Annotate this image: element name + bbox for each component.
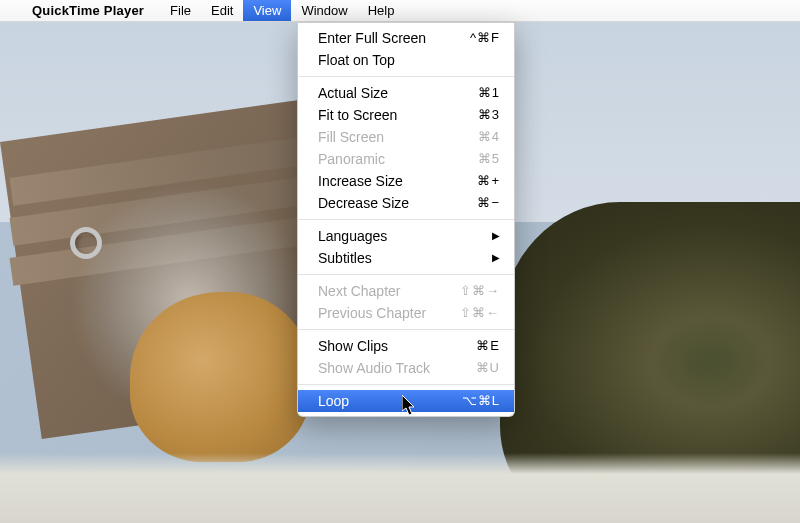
menu-item-shortcut: ⌘4	[452, 128, 500, 146]
menu-item-label: Next Chapter	[318, 282, 452, 300]
menu-view[interactable]: View	[243, 0, 291, 21]
menu-separator	[298, 76, 514, 77]
menu-item-fill-screen: Fill Screen ⌘4	[298, 126, 514, 148]
menu-item-languages[interactable]: Languages ▶	[298, 225, 514, 247]
menu-item-label: Panoramic	[318, 150, 452, 168]
menu-separator	[298, 274, 514, 275]
menu-item-loop[interactable]: Loop ⌥⌘L	[298, 390, 514, 412]
menu-item-label: Actual Size	[318, 84, 452, 102]
bg-foreground	[0, 453, 800, 523]
menu-item-label: Previous Chapter	[318, 304, 452, 322]
menu-item-label: Decrease Size	[318, 194, 452, 212]
submenu-arrow-icon: ▶	[492, 249, 500, 267]
menu-item-increase-size[interactable]: Increase Size ⌘+	[298, 170, 514, 192]
menu-item-shortcut: ⇧⌘→	[452, 282, 500, 300]
menu-item-decrease-size[interactable]: Decrease Size ⌘−	[298, 192, 514, 214]
menu-item-shortcut: ⌘5	[452, 150, 500, 168]
menu-item-show-clips[interactable]: Show Clips ⌘E	[298, 335, 514, 357]
menu-item-enter-full-screen[interactable]: Enter Full Screen ^⌘F	[298, 27, 514, 49]
menu-item-shortcut: ^⌘F	[452, 29, 500, 47]
menu-item-next-chapter: Next Chapter ⇧⌘→	[298, 280, 514, 302]
menu-item-shortcut: ⌘E	[452, 337, 500, 355]
menu-edit[interactable]: Edit	[201, 0, 243, 21]
menu-item-label: Float on Top	[318, 51, 452, 69]
menu-item-subtitles[interactable]: Subtitles ▶	[298, 247, 514, 269]
menu-item-label: Increase Size	[318, 172, 452, 190]
menu-item-fit-to-screen[interactable]: Fit to Screen ⌘3	[298, 104, 514, 126]
menu-item-label: Loop	[318, 392, 452, 410]
bg-dog	[130, 292, 310, 462]
menu-window[interactable]: Window	[291, 0, 357, 21]
menu-item-shortcut: ⌘+	[452, 172, 500, 190]
app-name-label[interactable]: QuickTime Player	[32, 3, 144, 18]
menu-item-actual-size[interactable]: Actual Size ⌘1	[298, 82, 514, 104]
menu-item-label: Show Clips	[318, 337, 452, 355]
menu-item-show-audio-track: Show Audio Track ⌘U	[298, 357, 514, 379]
menu-item-shortcut: ⌘U	[452, 359, 500, 377]
menu-item-float-on-top[interactable]: Float on Top	[298, 49, 514, 71]
menu-separator	[298, 219, 514, 220]
menu-item-shortcut: ⇧⌘←	[452, 304, 500, 322]
menu-item-label: Fit to Screen	[318, 106, 452, 124]
menu-separator	[298, 329, 514, 330]
menu-item-label: Fill Screen	[318, 128, 452, 146]
menu-item-previous-chapter: Previous Chapter ⇧⌘←	[298, 302, 514, 324]
menu-item-label: Show Audio Track	[318, 359, 452, 377]
menu-item-label: Languages	[318, 227, 492, 245]
bg-dock-ring	[70, 227, 102, 259]
menu-item-shortcut: ⌥⌘L	[452, 392, 500, 410]
menu-file[interactable]: File	[160, 0, 201, 21]
menu-item-shortcut: ⌘1	[452, 84, 500, 102]
menu-item-panoramic: Panoramic ⌘5	[298, 148, 514, 170]
menu-separator	[298, 384, 514, 385]
submenu-arrow-icon: ▶	[492, 227, 500, 245]
menu-item-shortcut: ⌘3	[452, 106, 500, 124]
view-menu-dropdown: Enter Full Screen ^⌘F Float on Top Actua…	[297, 22, 515, 417]
system-menubar: QuickTime Player File Edit View Window H…	[0, 0, 800, 22]
menu-item-shortcut: ⌘−	[452, 194, 500, 212]
menu-item-label: Enter Full Screen	[318, 29, 452, 47]
menu-item-label: Subtitles	[318, 249, 492, 267]
menu-help[interactable]: Help	[358, 0, 405, 21]
